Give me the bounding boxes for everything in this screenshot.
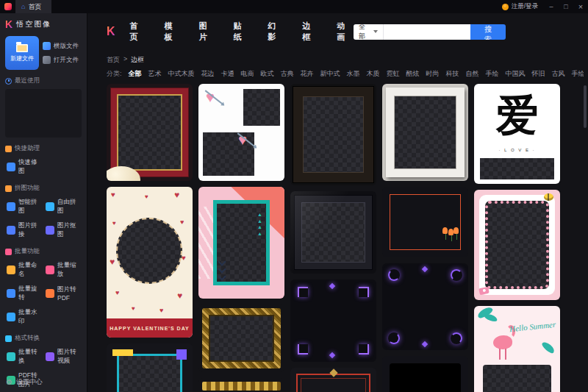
filter-item[interactable]: 卡通	[221, 69, 234, 79]
nav-item-phantom[interactable]: 幻影	[268, 21, 284, 43]
nav-item-frames[interactable]: 边框	[302, 21, 319, 43]
nav-item-templates[interactable]: 模板	[165, 21, 182, 43]
sidebar-item-batch-rename[interactable]: 批量命名	[5, 260, 43, 280]
valentine-caption: HAPPY VALENTINE'S DAY	[107, 318, 193, 338]
sidebar-item-batch-resize[interactable]: 批量缩放	[44, 260, 82, 280]
frame-thumb-red-chinese[interactable]	[290, 368, 376, 392]
filter-item[interactable]: 花边	[201, 69, 215, 79]
sidebar: K 悟空图像 新建文件 横版文件 打开文件	[0, 13, 87, 392]
sidebar-item-image-to-video[interactable]: 图片转视频	[44, 346, 82, 367]
frame-thumb-white-gallery[interactable]	[382, 84, 468, 181]
scrollbar[interactable]	[584, 85, 587, 128]
section-quick-assist-icon	[5, 146, 12, 152]
nav-item-stickers[interactable]: 贴纸	[233, 21, 250, 43]
frame-thumb-purple-flourish[interactable]	[382, 263, 468, 350]
sidebar-item-image-to-pdf[interactable]: 图片转PDF	[44, 283, 82, 304]
sidebar-item-image-stitch[interactable]: 图片拼接	[5, 220, 43, 240]
tab-home[interactable]: ⌂ 首页	[15, 0, 51, 13]
breadcrumb-home[interactable]: 首页	[107, 55, 120, 65]
app-brand: K 悟空图像	[5, 18, 82, 31]
breadcrumb-separator: >	[123, 55, 127, 65]
settings-button[interactable]: ⚙ 设置中心	[6, 377, 43, 387]
section-collage: 拼图功能	[5, 184, 82, 193]
filter-item[interactable]: 怀旧	[532, 69, 545, 79]
minimize-button[interactable]: –	[544, 0, 559, 13]
gallery-column-3	[290, 84, 376, 392]
search-button[interactable]: 搜索	[470, 24, 506, 40]
section-quick-assist: 快捷助理	[5, 144, 82, 153]
frame-thumb-dark-wood[interactable]	[290, 84, 376, 185]
frame-thumb-dark-glossy[interactable]	[290, 191, 376, 274]
filter-item[interactable]: 科技	[446, 69, 459, 79]
settings-label: 设置中心	[16, 377, 43, 387]
filter-item[interactable]: 古典	[281, 69, 294, 79]
filter-item[interactable]: 手绘边框	[572, 69, 584, 79]
sidebar-item-batch-convert[interactable]: 批量转换	[5, 346, 43, 367]
filter-item[interactable]: 自然	[466, 69, 479, 79]
gold-pattern-decor	[202, 382, 281, 391]
sidebar-item-image-cutout[interactable]: 图片抠图	[44, 220, 82, 240]
filter-item[interactable]: 木质	[367, 69, 380, 79]
close-button[interactable]: ×	[573, 0, 588, 13]
heart-icon: ♥	[115, 290, 119, 296]
frame-thumb-valentine-hearts[interactable]: ♥ ♥	[198, 84, 284, 181]
quick-retouch-icon	[7, 163, 15, 171]
frame-thumb-tulip-line[interactable]	[382, 187, 468, 257]
login-label: 注册/登录	[512, 2, 538, 11]
flamingo-icon	[493, 335, 512, 349]
horizontal-file-button[interactable]: 横版文件	[43, 42, 79, 51]
sidebar-item-smart-collage[interactable]: 智能拼图	[5, 196, 43, 217]
purple-diamond-decor	[422, 341, 428, 347]
new-file-button[interactable]: 新建文件	[5, 36, 39, 70]
filter-item[interactable]: 电商	[241, 69, 254, 79]
nav-item-home[interactable]: 首页	[130, 21, 147, 43]
heart-icon: ♥	[111, 191, 115, 199]
frame-window	[386, 88, 465, 177]
nav-item-images[interactable]: 图片	[198, 21, 215, 43]
filter-item[interactable]: 时尚	[426, 69, 440, 79]
frame-thumb-teal-geometric[interactable]: ▲▲▲▲	[198, 187, 284, 299]
gallery-column-2: ♥ ♥ ▲▲▲▲	[198, 84, 284, 392]
purple-curl-decor	[388, 332, 400, 344]
open-file-button[interactable]: 打开文件	[43, 56, 79, 65]
filter-item[interactable]: 欧式	[261, 69, 274, 79]
filter-all[interactable]: 全部	[129, 69, 142, 79]
frame-thumb-ornate-partial[interactable]	[198, 378, 284, 392]
search-input[interactable]	[384, 24, 470, 40]
filter-item[interactable]: 酷炫	[406, 69, 420, 79]
login-button[interactable]: 注册/登录	[502, 2, 538, 11]
image-to-pdf-icon	[46, 289, 54, 298]
frame-thumb-pink-scallop[interactable]	[474, 190, 560, 300]
nav-item-animation[interactable]: 动画	[337, 21, 354, 43]
recent-files-area	[5, 89, 82, 138]
filter-item[interactable]: 中式木质	[168, 69, 195, 79]
filter-item[interactable]: 花卉	[301, 69, 314, 79]
maximize-button[interactable]: □	[559, 0, 573, 13]
filter-item[interactable]: 艺术	[148, 69, 162, 79]
filter-item[interactable]: 古风	[552, 69, 565, 79]
main-nav: 首页 模板 图片 贴纸 幻影 边框 动画	[130, 21, 354, 43]
search-category-dropdown[interactable]: 全部	[354, 24, 384, 40]
frame-thumb-red-gold[interactable]	[107, 84, 193, 181]
filter-item[interactable]: 霓虹	[387, 69, 400, 79]
batch-rotate-icon	[7, 289, 15, 298]
heart-icon: ♥	[132, 306, 135, 312]
frame-gallery: ♥ ♥ ♥ ♥ ♥ ♥ ♥ ♥ ♥ ♥ ♥ HAPPY VALENTINE'S …	[107, 84, 560, 392]
frame-thumb-valentine-tall[interactable]: ♥ ♥ ♥ ♥ ♥ ♥ ♥ ♥ ♥ ♥ ♥ HAPPY VALENTINE'S …	[107, 187, 193, 338]
frame-thumb-cyan-corner[interactable]	[107, 343, 193, 392]
frame-thumb-tech-dark[interactable]	[382, 356, 468, 392]
frame-thumb-love-polaroid[interactable]: 爱 · L O V E ·	[474, 84, 560, 184]
sidebar-item-batch-rotate[interactable]: 批量旋转	[5, 283, 43, 304]
filter-item[interactable]: 新中式	[320, 69, 340, 79]
sidebar-item-batch-watermark[interactable]: 批量水印	[5, 307, 43, 327]
frame-thumb-gold-baroque[interactable]	[198, 304, 284, 372]
sidebar-item-quick-retouch[interactable]: 快速修图	[5, 157, 43, 177]
filter-item[interactable]: 手绘	[486, 69, 499, 79]
filter-item[interactable]: 水墨	[347, 69, 360, 79]
love-caption: · L O V E ·	[474, 148, 560, 152]
sidebar-item-free-collage[interactable]: 自由拼图	[44, 196, 82, 217]
frame-thumb-hello-summer[interactable]: Hello Summer	[474, 306, 560, 392]
filter-item[interactable]: 中国风	[506, 69, 526, 79]
frame-thumb-purple-brackets[interactable]	[290, 279, 376, 362]
search-category-value: 全部	[359, 24, 370, 40]
